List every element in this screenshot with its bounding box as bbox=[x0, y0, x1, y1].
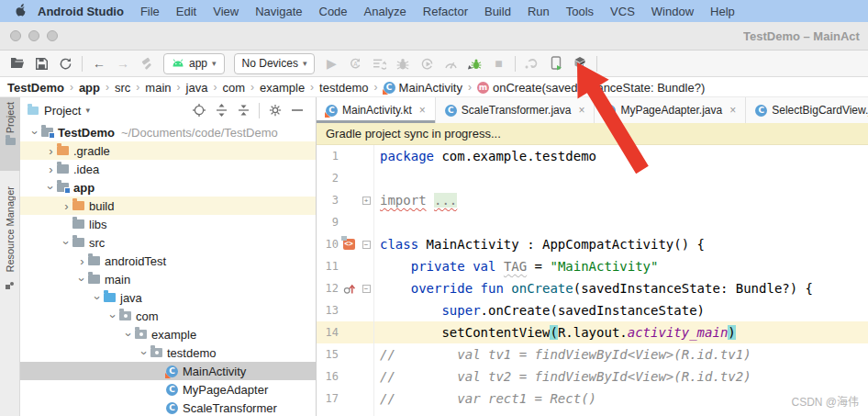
related-layout-icon[interactable]: <> bbox=[343, 239, 355, 250]
apple-logo-icon[interactable] bbox=[9, 3, 29, 19]
window-minimize-button[interactable] bbox=[28, 30, 39, 41]
breadcrumb-item[interactable]: TestDemo bbox=[7, 81, 64, 95]
code-text[interactable]: setContentView(R.layout.activity_main) bbox=[373, 321, 868, 343]
breadcrumb-item[interactable]: CMainActivity bbox=[384, 81, 462, 95]
breadcrumb-item[interactable]: example bbox=[260, 81, 305, 95]
code-text[interactable]: package com.example.testdemo bbox=[373, 145, 868, 167]
menu-refactor[interactable]: Refactor bbox=[415, 5, 476, 18]
overriding-method-icon[interactable] bbox=[343, 282, 355, 295]
code-text[interactable] bbox=[373, 211, 868, 233]
expand-all-icon[interactable] bbox=[210, 101, 232, 119]
fold-expand-icon[interactable]: + bbox=[362, 197, 371, 205]
editor-tab-mypageadapter-java[interactable]: CMyPageAdapter.java× bbox=[595, 97, 746, 123]
attach-debugger-icon[interactable] bbox=[462, 52, 486, 74]
breadcrumb-item[interactable]: main bbox=[145, 81, 171, 95]
chevron-expanded-icon[interactable]: › bbox=[28, 127, 42, 139]
close-icon[interactable]: × bbox=[578, 104, 584, 117]
menu-run[interactable]: Run bbox=[519, 5, 558, 18]
tree-row-scaletransformer[interactable]: CScaleTransformer bbox=[20, 399, 316, 416]
tree-row-libs[interactable]: libs bbox=[20, 215, 316, 233]
chevron-expanded-icon[interactable]: › bbox=[91, 292, 105, 304]
tree-row-testdemo[interactable]: ›TestDemo~/Documents/code/TestDemo bbox=[20, 123, 316, 141]
editor-tab-scaletransformer-java[interactable]: CScaleTransformer.java× bbox=[436, 97, 595, 123]
menu-edit[interactable]: Edit bbox=[168, 5, 205, 18]
tree-row-mainactivity[interactable]: CMainActivity bbox=[20, 362, 316, 380]
chevron-collapsed-icon[interactable]: › bbox=[76, 254, 88, 268]
chevron-expanded-icon[interactable]: › bbox=[106, 310, 120, 322]
build-hammer-icon[interactable] bbox=[135, 52, 159, 74]
code-text[interactable]: import ... bbox=[373, 189, 868, 211]
code-text[interactable]: private val TAG = "MainActivity" bbox=[373, 255, 868, 277]
run-icon[interactable]: ▶ bbox=[319, 52, 343, 74]
editor-tab-mainactivity-kt[interactable]: CMainActivity.kt× bbox=[317, 97, 436, 123]
menu-android-studio[interactable]: Android Studio bbox=[29, 5, 132, 18]
breadcrumb-item[interactable]: monCreate(savedInstanceState: Bundle?) bbox=[477, 81, 705, 95]
code-text[interactable]: class MainActivity : AppCompatActivity()… bbox=[373, 233, 868, 255]
menu-help[interactable]: Help bbox=[702, 5, 743, 18]
gradle-sync-icon[interactable] bbox=[520, 52, 544, 74]
debug-icon[interactable] bbox=[391, 52, 415, 74]
save-all-icon[interactable] bbox=[29, 52, 53, 74]
menu-analyze[interactable]: Analyze bbox=[356, 5, 415, 18]
tree-row-src[interactable]: ›src bbox=[20, 233, 316, 252]
editor-tab-selectbigcardview-java[interactable]: CSelectBigCardView.java bbox=[746, 97, 868, 123]
menu-navigate[interactable]: Navigate bbox=[247, 5, 310, 18]
apply-code-changes-icon[interactable] bbox=[367, 52, 391, 74]
tree-row-example[interactable]: ›example bbox=[20, 325, 316, 343]
apply-changes-icon[interactable]: A bbox=[343, 52, 367, 74]
tool-strip-project-tab[interactable]: Project bbox=[0, 97, 20, 171]
code-text[interactable]: // val tv2 = findViewById<View>(R.id.tv2… bbox=[373, 365, 868, 388]
breadcrumb-item[interactable]: src bbox=[115, 81, 130, 95]
code-editor[interactable]: 1package com.example.testdemo23+import .… bbox=[317, 145, 868, 416]
sync-icon[interactable] bbox=[53, 52, 77, 74]
tree-row-testdemo[interactable]: ›testdemo bbox=[20, 343, 316, 362]
back-icon[interactable]: ← bbox=[87, 52, 111, 74]
coverage-icon[interactable] bbox=[415, 52, 439, 74]
tree-row-main[interactable]: ›main bbox=[20, 270, 316, 288]
code-text[interactable]: override fun onCreate(savedInstanceState… bbox=[373, 277, 868, 299]
tree-row-java[interactable]: ›java bbox=[20, 288, 316, 307]
code-text[interactable]: super.onCreate(savedInstanceState) bbox=[373, 299, 868, 321]
fold-collapse-icon[interactable]: − bbox=[362, 285, 371, 293]
fold-collapse-icon[interactable]: − bbox=[362, 241, 371, 249]
chevron-collapsed-icon[interactable]: › bbox=[45, 144, 57, 158]
tree-row-gradle[interactable]: ›.gradle bbox=[20, 141, 316, 160]
device-manager-icon[interactable] bbox=[544, 52, 568, 74]
tool-strip-resource-manager-tab[interactable]: Resource Manager bbox=[0, 182, 20, 320]
menu-build[interactable]: Build bbox=[476, 5, 519, 18]
hide-panel-icon[interactable] bbox=[286, 101, 308, 119]
chevron-expanded-icon[interactable]: › bbox=[44, 182, 58, 194]
project-view-selector[interactable]: Project bbox=[44, 104, 81, 118]
forward-icon[interactable]: → bbox=[111, 52, 135, 74]
chevron-expanded-icon[interactable]: › bbox=[138, 347, 151, 359]
menu-tools[interactable]: Tools bbox=[558, 5, 602, 18]
menu-window[interactable]: Window bbox=[643, 5, 702, 18]
tree-row-idea[interactable]: ›.idea bbox=[20, 160, 316, 178]
tree-row-androidtest[interactable]: ›androidTest bbox=[20, 252, 316, 270]
chevron-expanded-icon[interactable]: › bbox=[60, 237, 73, 249]
close-icon[interactable]: × bbox=[419, 104, 426, 117]
chevron-expanded-icon[interactable]: › bbox=[75, 274, 89, 286]
run-config-selector[interactable]: app ▾ bbox=[163, 53, 225, 74]
profile-icon[interactable] bbox=[439, 52, 462, 74]
device-selector[interactable]: No Devices ▾ bbox=[234, 53, 316, 74]
menu-view[interactable]: View bbox=[205, 5, 247, 18]
open-project-icon[interactable] bbox=[6, 52, 29, 74]
stop-icon[interactable]: ■ bbox=[486, 52, 510, 74]
sdk-manager-icon[interactable] bbox=[568, 52, 592, 74]
tree-row-com[interactable]: ›com bbox=[20, 307, 316, 325]
locate-file-icon[interactable] bbox=[188, 101, 210, 119]
window-close-button[interactable] bbox=[10, 30, 21, 41]
chevron-collapsed-icon[interactable]: › bbox=[61, 199, 72, 213]
code-text[interactable]: // val tv1 = findViewById<View>(R.id.tv1… bbox=[373, 343, 868, 365]
breadcrumb-item[interactable]: com bbox=[222, 81, 245, 95]
window-zoom-button[interactable] bbox=[47, 30, 58, 41]
close-icon[interactable]: × bbox=[729, 104, 736, 117]
code-text[interactable]: // bbox=[373, 410, 868, 416]
menu-file[interactable]: File bbox=[132, 5, 168, 18]
tree-row-mypageadapter[interactable]: CMyPageAdapter bbox=[20, 380, 316, 399]
collapse-all-icon[interactable] bbox=[232, 101, 254, 119]
breadcrumb-item[interactable]: app bbox=[79, 81, 100, 95]
chevron-expanded-icon[interactable]: › bbox=[122, 329, 136, 341]
breadcrumb-item[interactable]: java bbox=[186, 81, 208, 95]
